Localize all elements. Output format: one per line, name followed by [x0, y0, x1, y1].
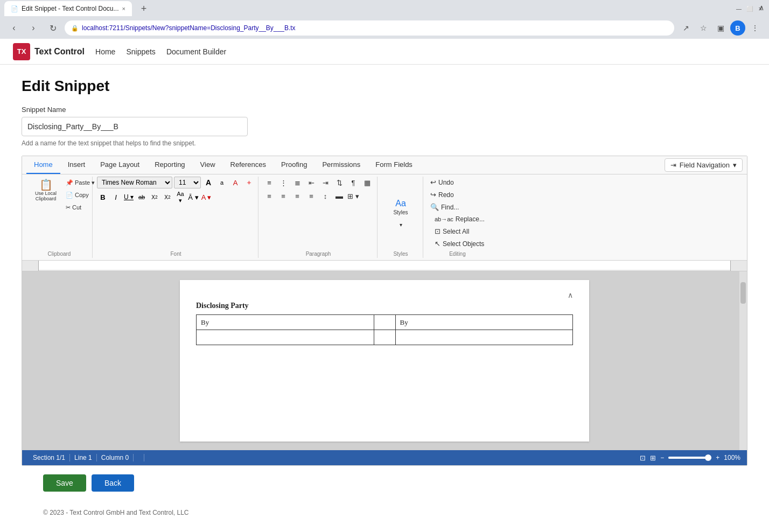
editor-collapse-chevron[interactable]: ∧ [568, 291, 573, 299]
undo-button[interactable]: ↩ Undo [428, 177, 462, 188]
sort-button[interactable]: ⇅ [333, 177, 346, 188]
font-family-select[interactable]: Times New Roman [97, 177, 172, 188]
profile-button[interactable]: B [730, 20, 745, 36]
minimize-button[interactable]: — [735, 4, 743, 13]
tab-form-fields[interactable]: Form Fields [368, 156, 420, 174]
cut-icon: ✂ [66, 204, 71, 211]
share-button[interactable]: ↗ [679, 20, 694, 36]
italic-button[interactable]: I [110, 191, 122, 203]
reload-button[interactable]: ↻ [45, 20, 60, 36]
font-grow-button[interactable]: A [202, 177, 214, 188]
maximize-button[interactable]: ⬜ [745, 4, 754, 13]
undo-icon: ↩ [430, 178, 436, 186]
zoom-track[interactable] [668, 457, 711, 459]
editor-page[interactable]: ∧ Disclosing Party By By [180, 280, 589, 442]
zoom-minus[interactable]: − [660, 454, 664, 461]
font-color-button[interactable]: A ▾ [200, 191, 212, 203]
tab-proofing[interactable]: Proofing [274, 156, 314, 174]
paste-button[interactable]: 📌 Paste ▾ [63, 177, 89, 188]
text-effects-button[interactable]: ✦ [243, 177, 255, 188]
url-bar[interactable]: 🔒 localhost:7211/Snippets/New?snippetNam… [65, 20, 674, 36]
borders-button[interactable]: ⊞ ▾ [347, 190, 360, 202]
back-button[interactable]: Back [92, 474, 134, 492]
save-button[interactable]: Save [43, 474, 86, 492]
paste-icon: 📌 [66, 179, 73, 186]
ruler-svg [39, 261, 730, 271]
table-cell-by2[interactable]: By [395, 315, 573, 330]
styles-button[interactable]: Aa Styles [382, 195, 420, 219]
underline-button[interactable]: U ▾ [123, 191, 135, 203]
font-shrink-button[interactable]: a [216, 177, 228, 188]
table-cell-empty1[interactable] [374, 315, 395, 330]
clear-format-button[interactable]: A [229, 177, 241, 188]
tab-view[interactable]: View [193, 156, 223, 174]
field-navigation-button[interactable]: ⇥ Field Navigation ▾ [665, 158, 743, 172]
increase-indent-button[interactable]: ⇥ [319, 177, 332, 188]
settings-button[interactable]: ⋮ [747, 20, 763, 36]
bold-button[interactable]: B [97, 191, 109, 203]
nav-snippets[interactable]: Snippets [126, 47, 155, 56]
table-cell-empty2[interactable] [197, 330, 374, 345]
table-row: By By [197, 315, 573, 330]
highlight-button[interactable]: Ā ▾ [187, 191, 199, 203]
decrease-indent-button[interactable]: ⇤ [305, 177, 318, 188]
page-title: Edit Snippet [22, 78, 747, 95]
zoom-thumb [705, 454, 711, 461]
table-cell-by1[interactable]: By [197, 315, 374, 330]
snippet-name-input[interactable] [22, 117, 248, 136]
justify-button[interactable]: ≡ [305, 190, 318, 202]
bookmark-button[interactable]: ☆ [696, 20, 711, 36]
tab-home[interactable]: Home [26, 156, 60, 174]
align-center-button[interactable]: ≡ [277, 190, 290, 202]
tab-page-layout[interactable]: Page Layout [93, 156, 147, 174]
font-size-select[interactable]: 11 [174, 177, 201, 188]
paste-copy-cut-stack: 📌 Paste ▾ 📄 Copy ✂ Cut [63, 177, 89, 213]
bullets-button[interactable]: ≡ [263, 177, 276, 188]
find-button[interactable]: 🔍 Find... [428, 201, 462, 213]
strikethrough-button[interactable]: ab [136, 191, 148, 203]
multilevel-button[interactable]: ≣ [291, 177, 304, 188]
tab-permissions[interactable]: Permissions [314, 156, 368, 174]
line-status: Line 1 [70, 454, 97, 461]
back-nav-button[interactable]: ‹ [6, 20, 22, 36]
tab-reporting[interactable]: Reporting [147, 156, 192, 174]
redo-label: Redo [438, 191, 454, 199]
shading-button[interactable]: ▬ [333, 190, 346, 202]
zoom-plus[interactable]: + [716, 454, 719, 461]
column-button[interactable]: ▦ [361, 177, 374, 188]
subscript-button[interactable]: X2 [149, 191, 160, 203]
ribbon-collapse-button[interactable]: ∧ [756, 2, 767, 13]
browser-tab[interactable]: 📄 Edit Snippet - Text Control Docu... × [4, 1, 132, 16]
cut-button[interactable]: ✂ Cut [63, 201, 89, 213]
align-left-button[interactable]: ≡ [263, 190, 276, 202]
align-right-button[interactable]: ≡ [291, 190, 304, 202]
tab-insert[interactable]: Insert [60, 156, 93, 174]
table-cell-empty3[interactable] [374, 330, 395, 345]
select-all-label: Select All [443, 228, 469, 235]
styles-dropdown-button[interactable]: ▾ [394, 219, 407, 231]
scrollbar[interactable] [739, 271, 747, 450]
app-name: Text Control [34, 47, 85, 57]
field-nav-icon: ⇥ [670, 161, 676, 169]
superscript-button[interactable]: X2 [162, 191, 173, 203]
copy-button[interactable]: 📄 Copy [63, 189, 89, 201]
redo-button[interactable]: ↪ Redo [428, 189, 462, 200]
table-cell-empty4[interactable] [395, 330, 573, 345]
sidebar-button[interactable]: ▣ [713, 20, 728, 36]
tab-references[interactable]: References [223, 156, 274, 174]
new-tab-button[interactable]: + [136, 1, 151, 16]
numbering-button[interactable]: ⋮ [277, 177, 290, 188]
close-tab-button[interactable]: × [122, 5, 125, 12]
change-case-button[interactable]: Aa ▾ [174, 191, 186, 203]
replace-button[interactable]: ab→ac Replace... [432, 214, 487, 225]
select-objects-button[interactable]: ↖ Select Objects [432, 238, 487, 249]
app-nav: TX Text Control Home Snippets Document B… [0, 39, 769, 65]
show-marks-button[interactable]: ¶ [347, 177, 360, 188]
forward-nav-button[interactable]: › [26, 20, 41, 36]
line-spacing-button[interactable]: ↕ [319, 190, 332, 202]
nav-document-builder[interactable]: Document Builder [166, 47, 226, 56]
select-all-button[interactable]: ⊡ Select All [432, 226, 487, 237]
redo-icon: ↪ [430, 191, 436, 199]
nav-home[interactable]: Home [95, 47, 115, 56]
use-local-clipboard-button[interactable]: 📋 Use Local Clipboard [30, 177, 62, 205]
